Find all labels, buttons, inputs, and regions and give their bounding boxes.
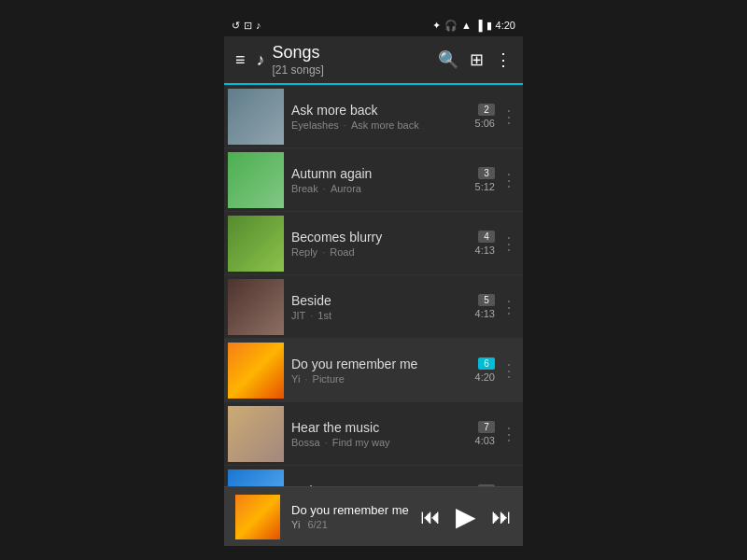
player-controls: ⏮ ▶ ⏭ [416, 497, 515, 536]
song-meta: Break · Aurora [291, 183, 472, 194]
album-art [228, 216, 284, 272]
search-button[interactable]: 🔍 [434, 46, 462, 74]
player-position: 6/21 [307, 519, 327, 530]
song-duration: 5:12 [475, 181, 495, 192]
status-bar: ↺ ⊡ ♪ ✦ 🎧 ▲ ▐ ▮ 4:20 [224, 14, 523, 36]
song-duration: 4:13 [475, 308, 495, 319]
song-duration: 4:20 [475, 371, 495, 383]
song-info: Hear the music Bossa · Find my way [288, 420, 475, 448]
song-title: Do you remember me [291, 357, 472, 371]
album-name: Aurora [331, 183, 361, 194]
artist-name: Reply [291, 246, 317, 258]
music-icon: ♪ [257, 50, 265, 70]
track-number: 4 [478, 231, 495, 243]
song-title: Beside [291, 293, 472, 308]
track-number: 3 [478, 167, 495, 179]
song-duration: 5:06 [475, 118, 495, 129]
song-right: 7 4:03 [475, 421, 499, 446]
player-bar: Do you remember me Yi 6/21 ⏮ ▶ ⏭ [224, 486, 523, 546]
signal-icon: ▐ [475, 20, 483, 31]
menu-button[interactable]: ≡ [232, 47, 249, 74]
song-more-button[interactable]: ⋮ [499, 483, 519, 487]
player-meta: Yi 6/21 [291, 519, 409, 530]
song-title: Ask more back [291, 103, 472, 118]
song-right: 8 4:03 [475, 484, 499, 486]
song-right: 2 5:06 [475, 104, 499, 129]
page-title: Songs [273, 43, 427, 63]
song-more-button[interactable]: ⋮ [499, 103, 519, 131]
headphone-icon: 🎧 [444, 20, 458, 32]
album-name: Road [330, 246, 354, 258]
song-more-button[interactable]: ⋮ [499, 230, 519, 258]
list-item[interactable]: Do you remember me Yi · Picture 6 4:20 ⋮ [224, 339, 523, 402]
status-right-icons: ✦ 🎧 ▲ ▐ ▮ 4:20 [432, 20, 515, 32]
prev-button[interactable]: ⏮ [416, 501, 444, 533]
battery-icon: ▮ [486, 20, 492, 32]
list-item[interactable]: Hear the music Bossa · Find my way 7 4:0… [224, 402, 523, 466]
album-art [228, 279, 284, 335]
time-display: 4:20 [496, 20, 515, 31]
track-number: 7 [478, 421, 495, 433]
song-info: Do you remember me Yi · Picture [288, 357, 475, 385]
track-number: 6 [478, 357, 495, 370]
song-more-button[interactable]: ⋮ [499, 166, 519, 194]
song-title: Autumn again [291, 166, 472, 181]
phone-container: ↺ ⊡ ♪ ✦ 🎧 ▲ ▐ ▮ 4:20 ≡ ♪ Songs [21 songs… [224, 14, 523, 546]
album-art [228, 89, 284, 145]
music-notif-icon: ♪ [256, 20, 261, 31]
album-art [228, 469, 284, 487]
song-title: Hear the music [291, 420, 472, 435]
song-meta: JIT · 1st [291, 310, 472, 321]
song-more-button[interactable]: ⋮ [499, 293, 519, 321]
player-info: Do you remember me Yi 6/21 [284, 503, 416, 530]
song-more-button[interactable]: ⋮ [499, 420, 519, 448]
screenshot-icon: ⊡ [244, 20, 252, 32]
song-title: I miss you [291, 483, 472, 487]
song-more-button[interactable]: ⋮ [499, 357, 519, 385]
bluetooth-icon: ✦ [432, 20, 441, 32]
song-right: 5 4:13 [475, 294, 499, 319]
list-item[interactable]: Ask more back Eyelashes · Ask more back … [224, 85, 523, 148]
player-song-title: Do you remember me [291, 503, 409, 517]
player-artist-name: Yi [291, 519, 300, 530]
app-header: ≡ ♪ Songs [21 songs] 🔍 ⊞ ⋮ [224, 36, 523, 85]
song-info: Becomes blurry Reply · Road [288, 230, 475, 258]
track-number: 8 [478, 484, 495, 486]
song-list: Ask more back Eyelashes · Ask more back … [224, 85, 523, 486]
status-left-icons: ↺ ⊡ ♪ [232, 20, 261, 32]
artist-name: Yi [291, 373, 300, 385]
song-meta: Yi · Picture [291, 373, 472, 385]
song-duration: 4:13 [475, 245, 495, 256]
song-duration: 4:03 [475, 435, 495, 446]
song-title: Becomes blurry [291, 230, 472, 245]
song-meta: Bossa · Find my way [291, 437, 472, 448]
play-button[interactable]: ▶ [452, 497, 480, 536]
next-button[interactable]: ⏭ [487, 501, 515, 533]
album-name: 1st [317, 310, 331, 321]
album-art [228, 343, 284, 399]
overflow-menu-button[interactable]: ⋮ [491, 46, 515, 74]
album-name: Find my way [332, 437, 390, 448]
artist-name: Bossa [291, 437, 320, 448]
song-info: Autumn again Break · Aurora [288, 166, 475, 194]
song-info: I miss you Vacation · I miss you [288, 483, 475, 487]
list-item[interactable]: Beside JIT · 1st 5 4:13 ⋮ [224, 275, 523, 339]
list-item[interactable]: I miss you Vacation · I miss you 8 4:03 … [224, 466, 523, 486]
album-name: Picture [313, 373, 345, 385]
album-name: Ask more back [351, 119, 419, 131]
album-art [228, 152, 284, 208]
list-item[interactable]: Becomes blurry Reply · Road 4 4:13 ⋮ [224, 212, 523, 275]
song-right: 4 4:13 [475, 231, 499, 256]
player-album-art [235, 495, 280, 539]
album-art [228, 406, 284, 462]
header-actions: 🔍 ⊞ ⋮ [434, 46, 515, 74]
song-right: 6 4:20 [475, 357, 499, 383]
artist-name: Break [291, 183, 318, 194]
list-item[interactable]: Autumn again Break · Aurora 3 5:12 ⋮ [224, 148, 523, 212]
grid-view-button[interactable]: ⊞ [466, 46, 487, 74]
songs-count: [21 songs] [273, 63, 427, 77]
header-title-block: Songs [21 songs] [273, 43, 427, 77]
track-number: 5 [478, 294, 495, 306]
artist-name: Eyelashes [291, 119, 339, 131]
song-info: Ask more back Eyelashes · Ask more back [288, 103, 475, 131]
